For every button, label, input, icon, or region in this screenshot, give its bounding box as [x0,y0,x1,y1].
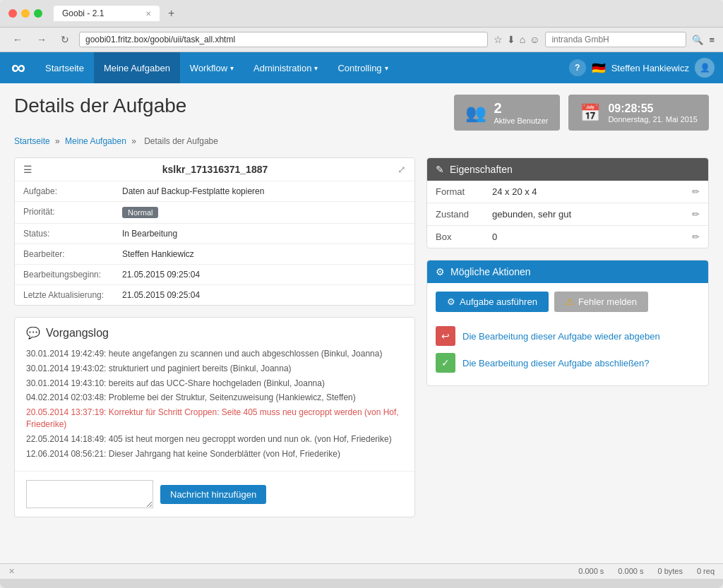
edit-box-button[interactable]: ✏ [692,232,700,242]
address-bar: ← → ↻ ☆ ⬇ ⌂ ☺ 🔍 ≡ [0,28,723,52]
user-name: Steffen Hankiewicz [611,63,689,73]
warning-icon: ⚠ [566,296,574,307]
close-button[interactable] [8,9,17,18]
breadcrumb-sep-1: » [55,136,62,146]
breadcrumb-meine-aufgaben[interactable]: Meine Aufgaben [65,136,126,146]
nav-workflow[interactable]: Workflow ▾ [180,52,244,83]
edit-zustand-button[interactable]: ✏ [692,209,700,220]
field-label-aufgabe: Aufgabe: [15,181,114,202]
maximize-button[interactable] [34,9,42,18]
prop-value-zustand: gebunden, sehr gut [484,203,683,226]
table-row: Bearbeiter: Steffen Hankiewicz [15,244,414,265]
administration-dropdown-arrow: ▾ [314,64,318,72]
users-icon: 👥 [465,103,486,123]
vorgangslog-title: 💬 Vorgangslog [26,326,403,340]
breadcrumb: Startseite » Meine Aufgaben » Details de… [14,136,709,146]
gear-small-icon: ⚙ [447,296,455,307]
edit-format-button[interactable]: ✏ [692,186,700,197]
page-title: Details der Aufgabe [14,95,186,117]
log-entry: 30.01.2014 19:42:49: heute angefangen zu… [26,348,403,360]
controlling-dropdown-arrow: ▾ [385,64,388,72]
profile-icon[interactable]: ☺ [530,34,539,45]
task-details-card: ☰ kslkr_171316371_1887 ⤢ Aufgabe: Daten … [14,157,415,306]
prop-label-box: Box [427,226,484,248]
field-label-status: Status: [15,224,114,244]
prop-value-format: 24 x 20 x 4 [484,181,683,203]
metric-time1: 0.000 s [578,567,604,576]
status-bar: ✕ 0.000 s 0.000 s 0 bytes 0 req [0,563,723,579]
reload-button[interactable]: ↻ [56,32,73,47]
search-icon[interactable]: 🔍 [692,35,703,45]
undo-icon: ↩ [436,326,455,346]
brand: ∞ [0,56,35,79]
log-entry: 22.05.2014 14:18:49: 405 ist heut morgen… [26,433,403,445]
bookmark-icon[interactable]: ☆ [494,34,503,45]
user-avatar[interactable]: 👤 [695,58,715,78]
metric-req: 0 req [697,567,715,576]
field-value-status: In Bearbeitung [114,224,414,244]
browser-window: Goobi - 2.1 ✕ + ← → ↻ ☆ ⬇ ⌂ ☺ 🔍 ≡ ∞ Star… [0,0,723,588]
task-details-table: Aufgabe: Daten auf Backup-Festplatte kop… [15,181,414,305]
properties-table: Format 24 x 20 x 4 ✏ Zustand gebunden, s… [427,181,708,248]
field-value-prioritaet: Normal [114,202,414,224]
forward-button[interactable]: → [32,32,51,47]
edit-icon: ✎ [436,164,444,175]
workflow-dropdown-arrow: ▾ [230,64,234,72]
add-message-button[interactable]: Nachricht hinzufügen [160,485,266,504]
field-value-aufgabe: Daten auf Backup-Festplatte kopieren [114,181,414,202]
status-widgets: 👥 2 Aktive Benutzer 📅 09:28:55 Donnersta… [454,95,709,131]
main-content: Details der Aufgabe 👥 2 Aktive Benutzer … [0,83,723,563]
home-icon[interactable]: ⌂ [520,34,525,45]
left-column: ☰ kslkr_171316371_1887 ⤢ Aufgabe: Daten … [14,157,415,529]
table-row: Priorität: Normal [15,202,414,224]
eigenschaften-body: Format 24 x 20 x 4 ✏ Zustand gebunden, s… [427,181,708,248]
window-controls [8,9,42,18]
nav-meine-aufgaben[interactable]: Meine Aufgaben [94,52,180,83]
prop-label-format: Format [427,181,484,203]
nav-controlling[interactable]: Controlling ▾ [328,52,398,83]
prop-value-box: 0 [484,226,683,248]
help-button[interactable]: ? [569,59,586,76]
field-value-bearbeiter: Steffen Hankiewicz [114,244,414,265]
nav-administration[interactable]: Administration ▾ [244,52,328,83]
aktionen-title: Mögliche Aktionen [450,266,531,277]
eigenschaften-card: ✎ Eigenschaften Format 24 x 20 x 4 ✏ Zus… [426,157,709,248]
minimize-button[interactable] [21,9,30,18]
field-label-letzte-aktualisierung: Letzte Aktualisierung: [15,285,114,306]
language-flag[interactable]: 🇩🇪 [592,61,606,75]
task-list-icon: ☰ [23,164,32,175]
tab-close-icon[interactable]: ✕ [145,10,151,18]
metric-time2: 0.000 s [618,567,643,576]
brand-logo: ∞ [11,56,24,79]
active-users-label: Aktive Benutzer [494,116,548,125]
aufgabe-ausfuehren-button[interactable]: ⚙ Aufgabe ausführen [436,292,549,312]
message-input[interactable] [26,480,153,508]
table-row: Bearbeitungsbeginn: 21.05.2015 09:25:04 [15,265,414,285]
browser-tab[interactable]: Goobi - 2.1 ✕ [54,6,160,21]
nav-startseite[interactable]: Startseite [35,52,94,83]
prop-label-zustand: Zustand [427,203,484,226]
browser-titlebar: Goobi - 2.1 ✕ + [0,0,723,28]
new-tab-button[interactable]: + [168,7,174,20]
nav-right-section: ? 🇩🇪 Steffen Hankiewicz 👤 [569,58,723,78]
menu-icon[interactable]: ≡ [709,35,715,45]
download-icon[interactable]: ⬇ [507,34,515,45]
fehler-melden-button[interactable]: ⚠ Fehler melden [554,292,648,312]
chat-icon: 💬 [26,326,40,340]
message-form: Nachricht hinzufügen [15,471,414,517]
expand-icon[interactable]: ⤢ [398,164,406,175]
vorgangslog-body: 💬 Vorgangslog 30.01.2014 19:42:49: heute… [15,318,414,471]
aufgabe-abgeben-link[interactable]: Die Bearbeitung dieser Aufgabe wieder ab… [462,331,660,342]
url-field[interactable] [79,32,488,47]
aktionen-card: ⚙ Mögliche Aktionen ⚙ Aufgabe ausführen … [426,260,709,386]
log-entry: 30.01.2014 19:43:02: strukturiert und pa… [26,363,403,375]
current-time: 09:28:55 [608,102,698,115]
status-close-icon[interactable]: ✕ [8,567,15,576]
breadcrumb-startseite[interactable]: Startseite [14,136,50,146]
back-button[interactable]: ← [8,32,27,47]
search-field[interactable] [545,32,686,47]
action-links: ↩ Die Bearbeitung dieser Aufgabe wieder … [427,320,708,385]
action-buttons: ⚙ Aufgabe ausführen ⚠ Fehler melden [427,283,708,320]
log-entry: 12.06.2014 08:56:21: Dieser Jahrgang hat… [26,448,403,460]
aufgabe-abschliessen-link[interactable]: Die Bearbeitung dieser Aufgabe abschließ… [462,358,650,368]
